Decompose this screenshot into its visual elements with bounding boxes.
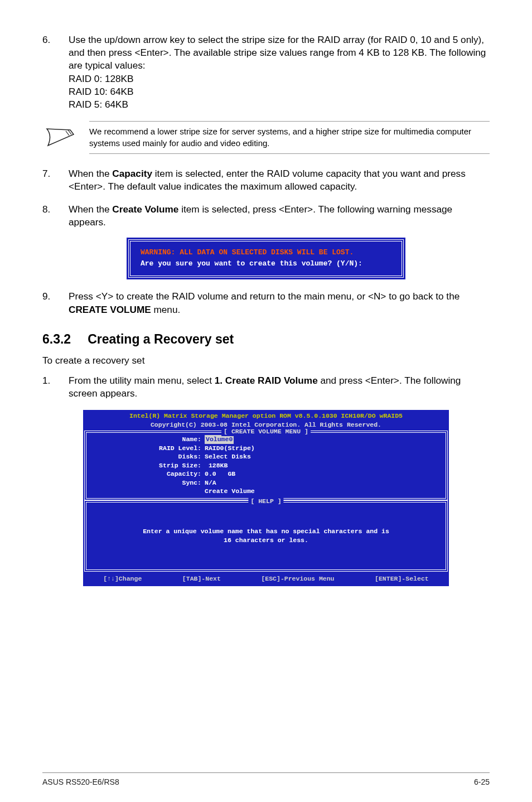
step-9-num: 9.: [42, 290, 55, 316]
footer-page-number: 6-25: [474, 777, 490, 786]
section-title: Creating a Recovery set: [88, 332, 234, 347]
field-raid-value[interactable]: RAID0(Stripe): [201, 444, 255, 453]
bios-screen: Intel(R) Matrix Storage Manager option R…: [83, 410, 449, 586]
field-create-volume[interactable]: Create Volume: [201, 487, 255, 496]
warning-terminal: WARNING: ALL DATA ON SELECTED DISKS WILL…: [128, 239, 404, 278]
bios-box2-title: [ HELP ]: [248, 497, 283, 506]
step-6-text: Use the up/down arrow key to select the …: [69, 34, 486, 71]
warning-line2: Are you sure you want to create this vol…: [141, 258, 391, 270]
note-text: We recommend a lower stripe size for ser…: [89, 121, 490, 154]
bios-h1: Intel(R) Matrix Storage Manager option R…: [129, 412, 403, 419]
step-9: 9. Press <Y> to create the RAID volume a…: [42, 290, 490, 316]
help-line2: 16 characters or less.: [92, 536, 440, 545]
step-8-content: When the Create Volume item is selected,…: [69, 203, 490, 229]
step-1: 1. From the utility main menu, select 1.…: [42, 374, 490, 400]
field-name-value[interactable]: Volume0: [205, 435, 234, 444]
field-raid-label: RAID Level:: [140, 444, 201, 453]
key-hint-previous: [ESC]-Previous Menu: [261, 574, 334, 583]
page-footer: ASUS RS520-E6/RS8 6-25: [42, 772, 490, 786]
step-9-before: Press <Y> to create the RAID volume and …: [69, 291, 460, 302]
step-7-bold: Capacity: [112, 168, 152, 179]
step-8-num: 8.: [42, 203, 55, 229]
step-8-bold: Create Volume: [112, 204, 178, 215]
bios-footer: [↑↓]Change [TAB]-Next [ESC]-Previous Men…: [83, 572, 449, 587]
footer-model: ASUS RS520-E6/RS8: [42, 777, 119, 786]
field-strip-label: Strip Size:: [140, 461, 201, 470]
field-capacity-label: Capacity:: [140, 470, 201, 479]
step-6-content: Use the up/down arrow key to select the …: [69, 33, 490, 111]
step-1-before: From the utility main menu, select: [69, 375, 215, 386]
step-9-bold: CREATE VOLUME: [69, 304, 151, 315]
key-hint-change: [↑↓]Change: [103, 574, 142, 583]
help-line1: Enter a unique volume name that has no s…: [92, 527, 440, 536]
field-strip-value[interactable]: 128KB: [201, 461, 228, 470]
step-6-line1: RAID 0: 128KB: [69, 73, 134, 84]
key-hint-next: [TAB]-Next: [182, 574, 221, 583]
step-7: 7. When the Capacity item is selected, e…: [42, 167, 490, 193]
section-num: 6.3.2: [42, 332, 71, 347]
step-7-content: When the Capacity item is selected, ente…: [69, 167, 490, 193]
field-disks-label: Disks:: [140, 452, 201, 461]
step-8: 8. When the Create Volume item is select…: [42, 203, 490, 229]
step-6-line3: RAID 5: 64KB: [69, 99, 128, 110]
field-capacity-value[interactable]: 0.0 GB: [201, 470, 235, 479]
step-1-content: From the utility main menu, select 1. Cr…: [69, 374, 490, 400]
field-name-label: Name:: [140, 435, 201, 444]
warning-line1: WARNING: ALL DATA ON SELECTED DISKS WILL…: [141, 247, 391, 259]
key-hint-select: [ENTER]-Select: [375, 574, 429, 583]
field-sync-value: N/A: [201, 479, 216, 487]
section-heading: 6.3.2 Creating a Recovery set: [42, 332, 490, 347]
step-9-after: menu.: [151, 304, 181, 315]
step-7-before: When the: [69, 168, 112, 179]
bios-create-volume-box: [ CREATE VOLUME MENU ] Name:Volume0 RAID…: [84, 431, 448, 500]
step-1-num: 1.: [42, 374, 55, 400]
step-7-num: 7.: [42, 167, 55, 193]
field-sync-label: Sync:: [140, 479, 201, 487]
pencil-note-icon: [46, 128, 76, 148]
step-6: 6. Use the up/down arrow key to select t…: [42, 33, 490, 111]
step-9-content: Press <Y> to create the RAID volume and …: [69, 290, 490, 316]
note-row: We recommend a lower stripe size for ser…: [42, 121, 490, 154]
bios-box1-title: [ CREATE VOLUME MENU ]: [221, 427, 311, 436]
intro-text: To create a recovery set: [42, 355, 490, 366]
step-6-num: 6.: [42, 33, 55, 111]
step-1-bold: 1. Create RAID Volume: [215, 375, 318, 386]
field-disks-value[interactable]: Select Disks: [201, 452, 251, 461]
bios-help-box: [ HELP ] Enter a unique volume name that…: [84, 500, 448, 572]
step-6-line2: RAID 10: 64KB: [69, 86, 134, 97]
step-8-before: When the: [69, 204, 112, 215]
